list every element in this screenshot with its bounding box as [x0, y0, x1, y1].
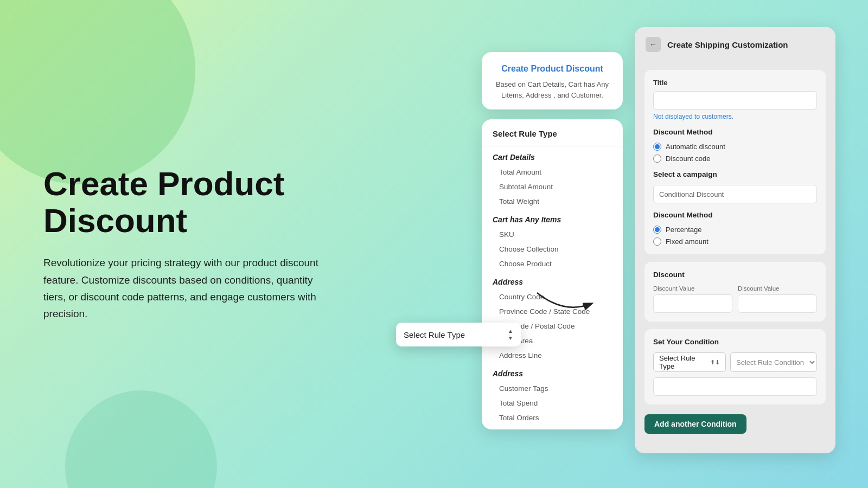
- shipping-card-header: ← Create Shipping Customization: [635, 27, 835, 61]
- discount-section: Discount Discount Value Discount Value: [644, 262, 826, 322]
- radio-percentage-label: Percentage: [666, 226, 702, 234]
- arrow-down: ▼: [508, 335, 513, 341]
- bg-circle-bottom: [65, 390, 217, 488]
- not-displayed-text: Not displayed to customers.: [653, 113, 817, 120]
- radio-discount-code-input[interactable]: [653, 155, 661, 163]
- cards-area: Create Product Discount Based on Cart De…: [482, 27, 835, 453]
- product-card-title: Create Product Discount: [493, 64, 612, 74]
- discount-method-radio-group: Automatic discount Discount code: [653, 143, 817, 163]
- hero-description: Revolutionize your pricing strategy with…: [43, 255, 336, 323]
- title-label: Title: [653, 79, 817, 87]
- discount-col-2: Discount Value: [738, 285, 817, 313]
- product-discount-card: Create Product Discount Based on Cart De…: [482, 52, 623, 110]
- condition-section-label: Set Your Condition: [653, 338, 817, 346]
- radio-automatic-input[interactable]: [653, 143, 661, 151]
- radio-percentage-input[interactable]: [653, 226, 661, 234]
- discount-section-label: Discount: [653, 271, 817, 279]
- discount-value1-input[interactable]: [653, 294, 732, 313]
- shipping-card-body: Title Not displayed to customers. Discou…: [635, 61, 835, 442]
- radio-discount-code[interactable]: Discount code: [653, 155, 817, 163]
- rule-type-header: Select Rule Type: [482, 119, 623, 146]
- rule-item-total-spend[interactable]: Total Spend: [482, 396, 623, 410]
- discount-value2-input[interactable]: [738, 294, 817, 313]
- radio-percentage[interactable]: Percentage: [653, 226, 817, 234]
- product-card-header: Create Product Discount Based on Cart De…: [482, 52, 623, 110]
- title-section: Title Not displayed to customers. Discou…: [644, 70, 826, 254]
- rule-item-customer-tags[interactable]: Customer Tags: [482, 381, 623, 396]
- discount-col-1: Discount Value: [653, 285, 732, 313]
- discount-value1-label: Discount Value: [653, 285, 732, 292]
- condition-row: Select Rule Type ⬆⬇ Select Rule Conditio…: [653, 352, 817, 372]
- radio-fixed-amount-label: Fixed amount: [666, 237, 709, 246]
- rule-item-sku[interactable]: SKU: [482, 227, 623, 242]
- hero-section: Create Product Discount Revolutionize yo…: [43, 165, 336, 323]
- group-title-cart-items: Cart has Any Items: [482, 209, 623, 227]
- bg-circle-top: [0, 0, 195, 184]
- rule-item-total-orders[interactable]: Total Orders: [482, 410, 623, 425]
- select-rule-condition[interactable]: Select Rule Condition: [730, 352, 817, 372]
- arrow-up: ▲: [508, 328, 513, 334]
- discount-method-label: Discount Method: [653, 128, 817, 136]
- radio-automatic-discount[interactable]: Automatic discount: [653, 143, 817, 151]
- select-campaign-label: Select a campaign: [653, 170, 817, 178]
- product-card-desc: Based on Cart Details, Cart has Any Lite…: [493, 79, 612, 100]
- shipping-customization-card: ← Create Shipping Customization Title No…: [635, 27, 835, 453]
- discount-method2-radio-group: Percentage Fixed amount: [653, 226, 817, 246]
- discount-value2-label: Discount Value: [738, 285, 817, 292]
- radio-fixed-amount-input[interactable]: [653, 237, 661, 246]
- floating-rule-type-dropdown[interactable]: Select Rule Type ▲ ▼: [396, 323, 521, 346]
- group-title-address: Address: [482, 271, 623, 290]
- hero-title: Create Product Discount: [43, 165, 336, 239]
- title-input[interactable]: [653, 91, 817, 110]
- shipping-card-title: Create Shipping Customization: [667, 40, 788, 49]
- rule-item-province-code[interactable]: Province Code / State Code: [482, 304, 623, 319]
- back-button[interactable]: ←: [646, 37, 661, 52]
- rule-item-address-line[interactable]: Address Line: [482, 348, 623, 363]
- group-title-cart-details: Cart Details: [482, 146, 623, 165]
- select-rule-type-btn[interactable]: Select Rule Type ⬆⬇: [653, 352, 726, 372]
- rule-item-country-code[interactable]: Country Code: [482, 290, 623, 304]
- rule-item-subtotal-amount[interactable]: Subtotal Amount: [482, 179, 623, 194]
- radio-automatic-label: Automatic discount: [666, 143, 725, 151]
- rule-item-choose-collection[interactable]: Choose Collection: [482, 242, 623, 256]
- select-rule-type-label: Select Rule Type: [659, 354, 710, 370]
- condition-value-input[interactable]: [653, 377, 817, 396]
- group-title-address2: Address: [482, 363, 623, 381]
- dropdown-arrows: ▲ ▼: [508, 328, 513, 341]
- add-condition-button[interactable]: Add another Condition: [644, 414, 746, 434]
- floating-dropdown-label: Select Rule Type: [404, 330, 465, 339]
- condition-section: Set Your Condition Select Rule Type ⬆⬇ S…: [644, 329, 826, 404]
- discount-row: Discount Value Discount Value: [653, 285, 817, 313]
- radio-discount-code-label: Discount code: [666, 155, 710, 163]
- radio-fixed-amount[interactable]: Fixed amount: [653, 237, 817, 246]
- rule-item-total-amount[interactable]: Total Amount: [482, 165, 623, 179]
- select-rule-type-arrows: ⬆⬇: [710, 359, 720, 366]
- rule-type-card: Select Rule Type Cart Details Total Amou…: [482, 119, 623, 429]
- rule-item-choose-product[interactable]: Choose Product: [482, 256, 623, 271]
- rule-item-total-weight[interactable]: Total Weight: [482, 194, 623, 209]
- campaign-input[interactable]: [653, 185, 817, 203]
- discount-method2-label: Discount Method: [653, 211, 817, 219]
